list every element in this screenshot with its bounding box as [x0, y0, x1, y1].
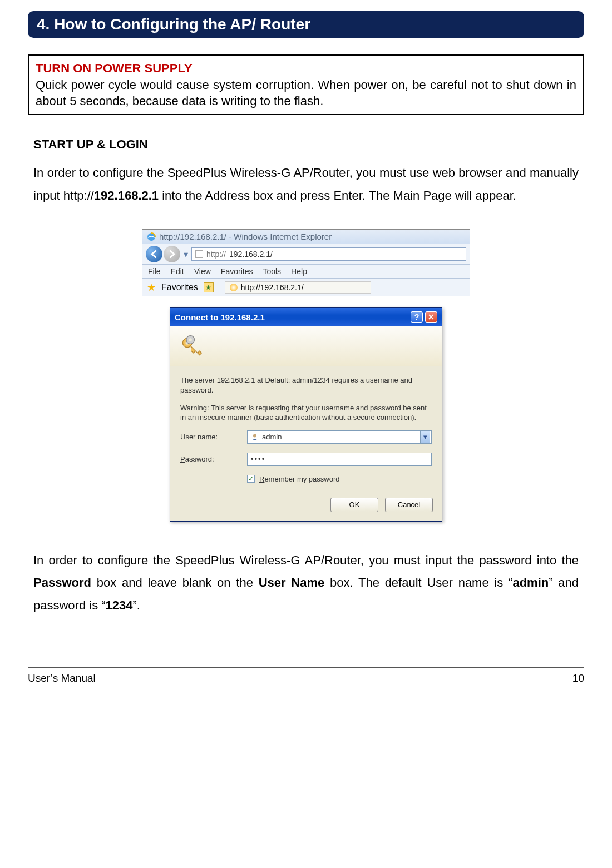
warning-title: TURN ON POWER SUPPLY — [36, 60, 576, 77]
svg-point-5 — [253, 434, 256, 437]
banner-divider — [210, 346, 433, 346]
dialog-message-2: Warning: This server is requesting that … — [180, 403, 432, 423]
footer-left: User’s Manual — [28, 672, 96, 685]
dialog-titlebar: Connect to 192.168.2.1 ? ✕ — [170, 308, 442, 326]
p2-a: In order to configure the SpeedPlus Wire… — [33, 553, 579, 567]
address-value: 192.168.2.1/ — [229, 250, 273, 259]
menu-view[interactable]: View — [194, 267, 211, 276]
dialog-body: The server 192.168.2.1 at Default: admin… — [170, 366, 442, 497]
globe-icon — [230, 284, 238, 291]
password-label: Password: — [180, 455, 247, 463]
svg-point-4 — [189, 339, 192, 342]
page-footer: User’s Manual 10 — [28, 667, 584, 685]
forward-button[interactable] — [164, 246, 180, 262]
auth-dialog: Connect to 192.168.2.1 ? ✕ — [170, 307, 442, 521]
menu-file[interactable]: File — [148, 267, 161, 276]
favorites-label: Favorites — [161, 282, 198, 292]
username-value: admin — [262, 433, 282, 441]
close-button[interactable]: ✕ — [425, 311, 437, 323]
username-field[interactable]: admin ▾ — [247, 430, 432, 444]
nav-buttons — [146, 246, 180, 262]
add-favorite-icon[interactable]: ★ — [204, 282, 214, 292]
browser-screenshot: http://192.168.2.1/ - Windows Internet E… — [142, 229, 470, 521]
dialog-message-1: The server 192.168.2.1 at Default: admin… — [180, 375, 432, 395]
dialog-title-text: Connect to 192.168.2.1 — [175, 313, 265, 322]
section-banner: 4. How to Configuring the AP/ Router — [28, 11, 584, 38]
p2-password-bold: Password — [33, 576, 91, 589]
favorites-bar: ★ Favorites ★ http://192.168.2.1/ — [142, 279, 470, 296]
star-icon[interactable]: ★ — [147, 281, 156, 294]
p2-c: box. The default User name is “ — [324, 576, 512, 589]
person-icon — [251, 433, 259, 441]
p2-b: box and leave blank on the — [91, 576, 259, 589]
p2-1234-bold: 1234 — [106, 598, 133, 612]
browser-chrome: http://192.168.2.1/ - Windows Internet E… — [142, 229, 470, 296]
remember-checkbox[interactable]: ✓ — [247, 475, 255, 483]
warning-box: TURN ON POWER SUPPLY Quick power cycle w… — [28, 54, 584, 115]
dialog-button-row: OK Cancel — [170, 498, 442, 521]
back-button[interactable] — [146, 246, 162, 262]
username-label: User name: — [180, 433, 247, 441]
keys-icon — [179, 334, 204, 358]
dropdown-arrow-icon[interactable]: ▾ — [420, 431, 430, 443]
arrow-right-icon — [168, 250, 176, 258]
ip-address-text: 192.168.2.1 — [94, 189, 159, 202]
tab-label: http://192.168.2.1/ — [241, 283, 304, 292]
warning-body: Quick power cycle would cause system cor… — [36, 77, 576, 110]
paragraph-intro: In order to configure the SpeedPlus Wire… — [33, 162, 579, 207]
paragraph-credentials: In order to configure the SpeedPlus Wire… — [33, 549, 579, 617]
menu-tools[interactable]: Tools — [263, 267, 281, 276]
ok-button[interactable]: OK — [330, 498, 378, 512]
help-button[interactable]: ? — [411, 311, 423, 323]
screenshot-container: http://192.168.2.1/ - Windows Internet E… — [33, 229, 579, 521]
password-row: Password: •••• — [180, 453, 432, 466]
password-field[interactable]: •••• — [247, 453, 432, 466]
dialog-banner — [170, 326, 442, 366]
window-titlebar: http://192.168.2.1/ - Windows Internet E… — [142, 230, 470, 244]
chevron-down-icon[interactable]: ▾ — [184, 249, 188, 260]
remember-row: ✓ Remember my password — [247, 475, 432, 483]
dialog-title-buttons: ? ✕ — [411, 311, 437, 323]
p2-e: ”. — [133, 598, 140, 612]
tab[interactable]: http://192.168.2.1/ — [225, 281, 371, 294]
para1-part-b: into the Address box and press Enter. Th… — [159, 189, 516, 202]
menu-bar: File Edit View Favorites Tools Help — [142, 265, 470, 279]
remember-label: Remember my password — [259, 475, 340, 483]
username-row: User name: admin ▾ — [180, 430, 432, 444]
address-bar[interactable]: http://192.168.2.1/ — [191, 247, 466, 261]
page-icon — [195, 250, 203, 258]
address-prefix: http:// — [206, 250, 226, 259]
nav-toolbar: ▾ http://192.168.2.1/ — [142, 244, 470, 265]
menu-help[interactable]: Help — [291, 267, 307, 276]
p2-username-bold: User Name — [259, 576, 325, 589]
ie-icon — [147, 232, 156, 241]
p2-admin-bold: admin — [512, 576, 549, 589]
menu-favorites[interactable]: Favorites — [221, 267, 253, 276]
page-number: 10 — [572, 672, 584, 685]
menu-edit[interactable]: Edit — [171, 267, 184, 276]
arrow-left-icon — [150, 250, 158, 258]
footer-divider — [28, 667, 584, 668]
password-value: •••• — [251, 455, 265, 463]
subheading-start-login: START UP & LOGIN — [33, 137, 579, 152]
cancel-button[interactable]: Cancel — [385, 498, 433, 512]
window-title-text: http://192.168.2.1/ - Windows Internet E… — [159, 232, 332, 241]
